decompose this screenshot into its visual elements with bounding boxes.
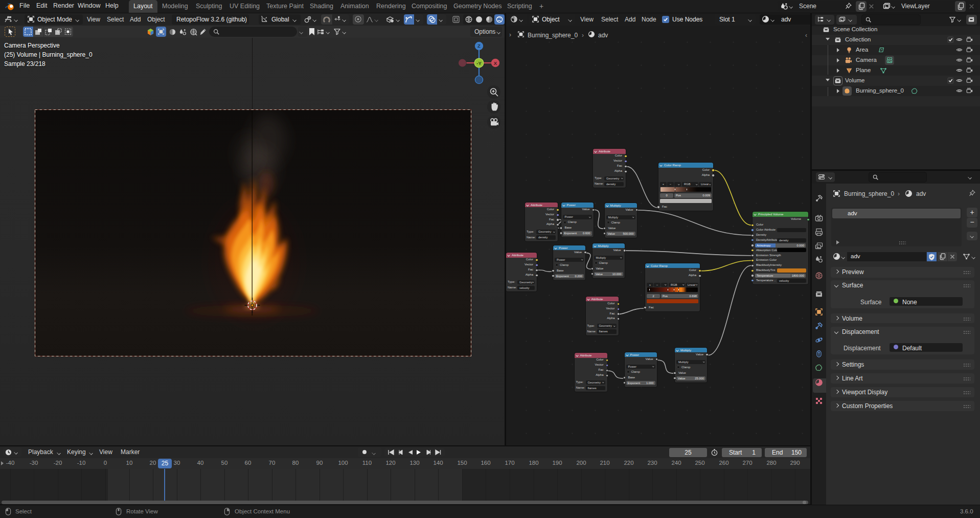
svg-text:X: X — [494, 60, 497, 66]
svg-text:-Y: -Y — [476, 60, 482, 66]
svg-text:Z: Z — [477, 43, 481, 49]
